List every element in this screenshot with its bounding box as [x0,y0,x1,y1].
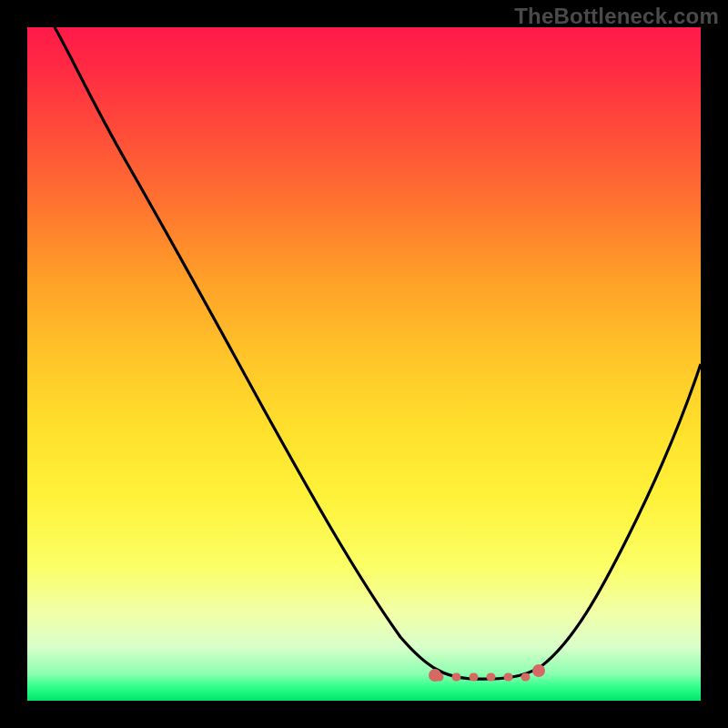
optimal-start-dot [429,669,441,682]
curve-path [55,27,701,679]
optimal-end-dot [532,664,545,677]
watermark-text: TheBottleneck.com [514,4,719,29]
bottleneck-curve [27,27,701,701]
plot-area [27,27,701,701]
chart-frame: TheBottleneck.com [0,0,728,728]
